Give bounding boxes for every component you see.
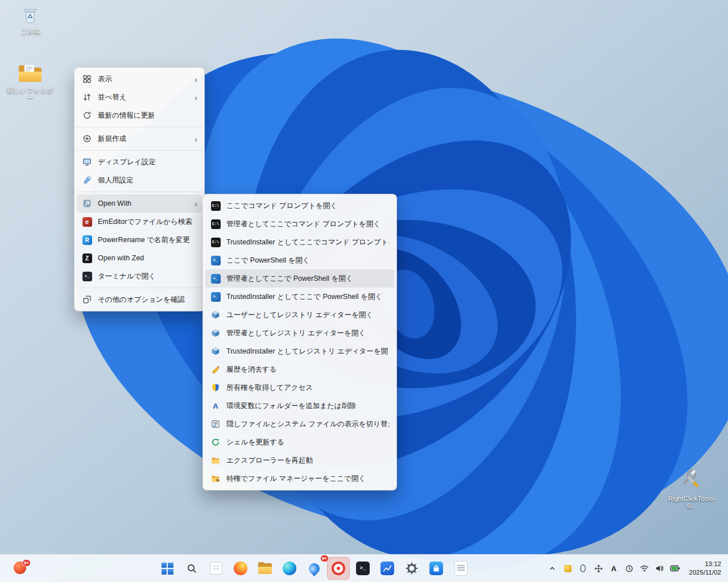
- taskbar-blue-chart-app[interactable]: [376, 557, 399, 580]
- submenu-item-env-variables[interactable]: 環境変数にフォルダーを追加または削除: [205, 397, 394, 415]
- search-icon: [186, 563, 197, 574]
- menu-separator: [75, 192, 204, 192]
- taskbar-notepad[interactable]: [449, 557, 472, 580]
- taskbar-search-button[interactable]: [180, 557, 203, 580]
- context-menu-item-view[interactable]: 表示: [77, 70, 202, 88]
- powershell-icon: [210, 273, 221, 284]
- context-menu-item-open-terminal[interactable]: ターミナルで開く: [77, 267, 202, 285]
- store-bag-icon: [429, 562, 443, 575]
- taskbar-edge[interactable]: [278, 557, 301, 580]
- desktop-context-menu: 表示 並べ替え 最新の情報に更新 新規作成 ディスプレイ設定 個人用設定: [74, 67, 205, 311]
- menu-separator: [75, 127, 204, 127]
- hidden-files-icon: [210, 419, 221, 429]
- taskbar-store[interactable]: [425, 557, 448, 580]
- submenu-item-cmd-trustedinstaller[interactable]: TrustedInstaller としてここでコマンド プロンプトを開く: [205, 233, 394, 251]
- context-menu-item-new[interactable]: 新規作成: [77, 130, 202, 148]
- taskbar: 9+ 9+: [0, 554, 728, 582]
- submenu-item-clear-history[interactable]: 履歴を消去する: [205, 360, 394, 379]
- menu-separator: [75, 288, 204, 288]
- chevron-right-icon: [195, 199, 197, 209]
- submenu-item-toggle-hidden-files[interactable]: 隠しファイルとシステム ファイルの表示を切り替え: [205, 415, 394, 433]
- speaker-icon: [655, 564, 664, 572]
- chart-icon: [380, 562, 394, 575]
- tray-app-icon-yellow[interactable]: [562, 563, 573, 573]
- submenu-item-cmd-here[interactable]: ここでコマンド プロンプトを開く: [205, 197, 394, 215]
- open-with-submenu: ここでコマンド プロンプトを開く 管理者としてここでコマンド プロンプトを開く …: [202, 194, 397, 490]
- taskbar-settings[interactable]: [400, 557, 423, 580]
- tray-clock-app-icon[interactable]: [624, 563, 634, 573]
- tray-time: 13:12: [705, 560, 721, 568]
- context-menu-item-display-settings[interactable]: ディスプレイ設定: [77, 153, 202, 171]
- tray-hidden-icons-chevron[interactable]: [547, 563, 557, 573]
- tray-battery[interactable]: [670, 563, 680, 573]
- context-menu-item-personalize[interactable]: 個人用設定: [77, 171, 202, 189]
- context-menu-item-open-with[interactable]: Open With: [77, 194, 202, 213]
- submenu-item-regedit-user[interactable]: ユーザーとしてレジストリ エディターを開く: [205, 306, 394, 324]
- registry-cube-icon: [210, 310, 221, 320]
- desktop-icon-label: 新しいフォルダー: [5, 87, 56, 102]
- move-arrows-icon: [594, 564, 603, 573]
- folder-key-icon: [210, 473, 221, 484]
- taskbar-corner-notification-app[interactable]: 9+: [14, 562, 27, 575]
- submenu-item-powershell-admin[interactable]: 管理者としてここで PowerShell を開く: [205, 269, 394, 288]
- chevron-right-icon: [195, 93, 197, 102]
- context-menu-item-emeditor-search[interactable]: EmEditorでファイルから検索: [77, 213, 202, 231]
- more-options-icon: [81, 294, 93, 305]
- blue-drop-icon: [307, 561, 322, 576]
- red-shutter-icon: [332, 562, 345, 575]
- registry-cube-icon: [210, 346, 221, 356]
- desktop-icon-rightclicktools[interactable]: RightClickTools- S...: [663, 469, 720, 510]
- tray-app-icon-oval[interactable]: [578, 563, 588, 573]
- chevron-up-icon: [548, 564, 556, 572]
- wrench-tools-icon: [680, 469, 704, 493]
- context-menu-item-open-with-zed[interactable]: Open with Zed: [77, 249, 202, 267]
- terminal-icon: [81, 271, 93, 281]
- clock-icon: [625, 564, 634, 573]
- context-menu-item-sort[interactable]: 並べ替え: [77, 88, 202, 106]
- submenu-item-take-ownership[interactable]: 所有権を取得してアクセス: [205, 379, 394, 397]
- context-menu-item-powerrename[interactable]: PowerRename で名前を変更: [77, 231, 202, 249]
- zed-icon: [81, 253, 93, 263]
- folder-icon: [210, 455, 221, 465]
- file-explorer-icon: [258, 563, 272, 574]
- view-grid-icon: [81, 74, 93, 84]
- submenu-item-privileged-file-manager[interactable]: 特権でファイル マネージャーをここで開く: [205, 469, 394, 488]
- taskbar-terminal[interactable]: [351, 557, 374, 580]
- task-view-icon: [210, 562, 222, 575]
- desktop-icon-new-folder[interactable]: 新しいフォルダー: [5, 63, 56, 102]
- tray-ime-mode[interactable]: A: [609, 563, 619, 573]
- yellow-app-icon: [564, 565, 572, 572]
- green-refresh-icon: [210, 437, 221, 447]
- submenu-item-regedit-trustedinstaller[interactable]: TrustedInstaller としてレジストリ エディターを開く: [205, 342, 394, 360]
- submenu-item-powershell-here[interactable]: ここで PowerShell を開く: [205, 251, 394, 269]
- taskbar-firefox[interactable]: [229, 557, 252, 580]
- taskbar-blue-drop-app[interactable]: 9+: [303, 557, 325, 580]
- taskbar-task-view-button[interactable]: [205, 557, 228, 580]
- registry-cube-icon: [210, 328, 221, 338]
- tray-wifi[interactable]: [639, 563, 650, 573]
- terminal-icon: [356, 562, 370, 575]
- tray-volume[interactable]: [655, 563, 665, 573]
- windows-logo-icon: [162, 563, 173, 575]
- powershell-icon: [210, 255, 221, 265]
- desktop-icon-label: ごみ箱: [20, 28, 40, 35]
- tray-app-icon-move[interactable]: [593, 563, 603, 573]
- edge-icon: [283, 562, 296, 575]
- submenu-item-cmd-admin[interactable]: 管理者としてここでコマンド プロンプトを開く: [205, 215, 394, 233]
- recycle-bin-icon: [19, 5, 41, 26]
- env-variable-icon: [210, 401, 221, 411]
- ime-mode-label: A: [611, 564, 617, 573]
- desktop-icon-recycle-bin[interactable]: ごみ箱: [10, 5, 50, 35]
- submenu-item-regedit-admin[interactable]: 管理者としてレジストリ エディターを開く: [205, 324, 394, 342]
- taskbar-start-button[interactable]: [156, 557, 179, 580]
- taskbar-active-red-app[interactable]: [327, 557, 350, 580]
- submenu-item-powershell-trustedinstaller[interactable]: TrustedInstaller としてここで PowerShell を開く: [205, 288, 394, 306]
- submenu-item-refresh-shell[interactable]: シェルを更新する: [205, 433, 394, 451]
- mouse-icon: [579, 564, 587, 573]
- taskbar-file-explorer[interactable]: [254, 557, 276, 580]
- context-menu-item-refresh[interactable]: 最新の情報に更新: [77, 106, 202, 124]
- tray-clock[interactable]: 13:12 2025/11/02: [685, 560, 725, 577]
- refresh-icon: [81, 110, 93, 120]
- context-menu-item-show-more-options[interactable]: その他のオプションを確認: [77, 290, 202, 309]
- submenu-item-restart-explorer[interactable]: エクスプローラーを再起動: [205, 451, 394, 469]
